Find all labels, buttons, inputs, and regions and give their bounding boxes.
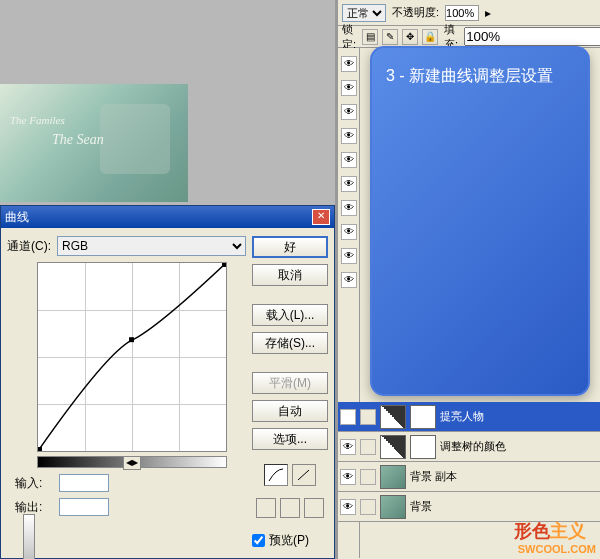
opacity-input[interactable] xyxy=(445,5,479,21)
input-label: 输入: xyxy=(15,475,55,492)
close-button[interactable]: ✕ xyxy=(312,209,330,225)
eyedropper-white-icon[interactable] xyxy=(304,498,324,518)
lock-label: 锁定: xyxy=(342,22,356,52)
auto-button[interactable]: 自动 xyxy=(252,400,328,422)
blend-mode-select[interactable]: 正常 xyxy=(342,4,386,22)
eye-icon[interactable]: 👁 xyxy=(341,248,357,264)
cancel-button[interactable]: 取消 xyxy=(252,264,328,286)
eye-icon[interactable]: 👁 xyxy=(341,80,357,96)
layer-lock-row: 锁定: ▤ ✎ ✥ 🔒 填充: ▸ xyxy=(338,26,600,48)
layer-mask-thumbnail[interactable] xyxy=(410,405,436,429)
pencil-tool-icon[interactable] xyxy=(292,464,316,486)
layer-list: 👁 提亮人物 👁 调整树的颜色 👁 背景 副本 👁 背景 xyxy=(338,402,600,522)
input-field[interactable] xyxy=(59,474,109,492)
layer-thumbnail[interactable] xyxy=(380,495,406,519)
curve-line xyxy=(38,263,226,451)
svg-rect-0 xyxy=(38,447,42,451)
eye-icon[interactable]: 👁 xyxy=(341,176,357,192)
eyedropper-gray-icon[interactable] xyxy=(280,498,300,518)
layer-name: 提亮人物 xyxy=(440,409,598,424)
vertical-gradient xyxy=(23,514,35,559)
curve-tool-icon[interactable] xyxy=(264,464,288,486)
eye-icon[interactable]: 👁 xyxy=(341,56,357,72)
ok-button[interactable]: 好 xyxy=(252,236,328,258)
lock-all-icon[interactable]: 🔒 xyxy=(422,29,438,45)
link-slot[interactable] xyxy=(360,499,376,515)
annotation-callout: 3 - 新建曲线调整层设置 xyxy=(370,46,590,396)
output-field[interactable] xyxy=(59,498,109,516)
curves-dialog: 曲线 ✕ 通道(C): RGB xyxy=(0,205,335,559)
lock-transparency-icon[interactable]: ▤ xyxy=(362,29,378,45)
dialog-title: 曲线 xyxy=(5,209,312,226)
lock-paint-icon[interactable]: ✎ xyxy=(382,29,398,45)
svg-rect-2 xyxy=(222,263,226,267)
layer-thumbnail[interactable] xyxy=(380,435,406,459)
link-slot[interactable] xyxy=(360,469,376,485)
eye-icon[interactable]: 👁 xyxy=(341,224,357,240)
layer-row[interactable]: 👁 提亮人物 xyxy=(338,402,600,432)
save-button[interactable]: 存储(S)... xyxy=(252,332,328,354)
svg-rect-1 xyxy=(129,337,134,342)
eye-icon[interactable]: 👁 xyxy=(340,439,356,455)
eye-icon[interactable]: 👁 xyxy=(341,128,357,144)
eye-icon[interactable]: 👁 xyxy=(341,104,357,120)
lock-move-icon[interactable]: ✥ xyxy=(402,29,418,45)
eyedropper-black-icon[interactable] xyxy=(256,498,276,518)
layer-name: 背景 xyxy=(410,499,598,514)
layer-row[interactable]: 👁 背景 副本 xyxy=(338,462,600,492)
dialog-titlebar[interactable]: 曲线 ✕ xyxy=(1,206,334,228)
eye-icon[interactable]: 👁 xyxy=(340,469,356,485)
preview-text-2: The Sean xyxy=(52,132,104,148)
layer-name: 调整树的颜色 xyxy=(440,439,598,454)
layer-row[interactable]: 👁 调整树的颜色 xyxy=(338,432,600,462)
eye-icon[interactable]: 👁 xyxy=(341,200,357,216)
link-slot[interactable] xyxy=(360,439,376,455)
eye-icon[interactable]: 👁 xyxy=(340,499,356,515)
eye-icon[interactable]: 👁 xyxy=(341,152,357,168)
options-button[interactable]: 选项... xyxy=(252,428,328,450)
opacity-label: 不透明度: xyxy=(392,5,439,20)
callout-text: 3 - 新建曲线调整层设置 xyxy=(372,48,588,105)
layer-blend-row: 正常 不透明度: ▸ xyxy=(338,0,600,26)
load-button[interactable]: 载入(L)... xyxy=(252,304,328,326)
layer-thumbnail[interactable] xyxy=(380,465,406,489)
fill-input[interactable] xyxy=(464,27,600,46)
eye-icon[interactable]: 👁 xyxy=(340,409,356,425)
preview-checkbox-label: 预览(P) xyxy=(269,532,309,549)
channel-select[interactable]: RGB xyxy=(57,236,246,256)
watermark: 形色主义 SWCOOL.COM xyxy=(514,519,596,555)
channel-label: 通道(C): xyxy=(7,238,51,255)
layer-name: 背景 副本 xyxy=(410,469,598,484)
gradient-toggle[interactable]: ◀▶ xyxy=(123,456,141,470)
layer-row[interactable]: 👁 背景 xyxy=(338,492,600,522)
curve-graph[interactable] xyxy=(37,262,227,452)
output-label: 输出: xyxy=(15,499,55,516)
layer-mask-thumbnail[interactable] xyxy=(410,435,436,459)
eye-icon[interactable]: 👁 xyxy=(341,272,357,288)
smooth-button: 平滑(M) xyxy=(252,372,328,394)
link-slot[interactable] xyxy=(360,409,376,425)
preview-checkbox[interactable] xyxy=(252,534,265,547)
horizontal-gradient: ◀▶ xyxy=(37,456,227,468)
layer-thumbnail[interactable] xyxy=(380,405,406,429)
opacity-flyout-icon[interactable]: ▸ xyxy=(485,6,491,20)
preview-text-1: The Familes xyxy=(10,114,65,126)
document-preview[interactable]: The Familes The Sean xyxy=(0,84,188,202)
preview-content xyxy=(100,104,170,174)
